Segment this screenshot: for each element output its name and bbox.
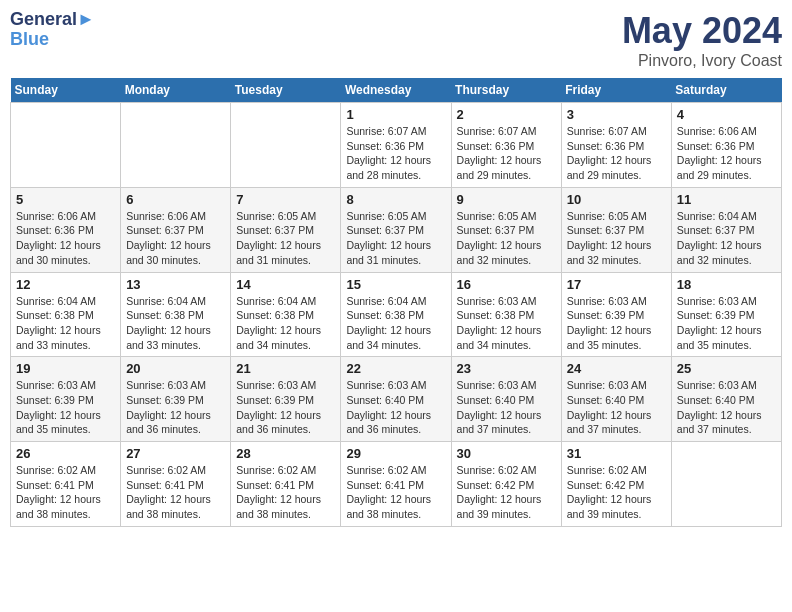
calendar-week-3: 12Sunrise: 6:04 AM Sunset: 6:38 PM Dayli…	[11, 272, 782, 357]
calendar-cell: 26Sunrise: 6:02 AM Sunset: 6:41 PM Dayli…	[11, 442, 121, 527]
calendar-cell: 12Sunrise: 6:04 AM Sunset: 6:38 PM Dayli…	[11, 272, 121, 357]
day-info: Sunrise: 6:04 AM Sunset: 6:38 PM Dayligh…	[236, 294, 335, 353]
calendar-week-4: 19Sunrise: 6:03 AM Sunset: 6:39 PM Dayli…	[11, 357, 782, 442]
calendar-cell: 19Sunrise: 6:03 AM Sunset: 6:39 PM Dayli…	[11, 357, 121, 442]
calendar-week-5: 26Sunrise: 6:02 AM Sunset: 6:41 PM Dayli…	[11, 442, 782, 527]
day-info: Sunrise: 6:04 AM Sunset: 6:38 PM Dayligh…	[16, 294, 115, 353]
calendar-cell: 31Sunrise: 6:02 AM Sunset: 6:42 PM Dayli…	[561, 442, 671, 527]
day-info: Sunrise: 6:05 AM Sunset: 6:37 PM Dayligh…	[236, 209, 335, 268]
day-info: Sunrise: 6:02 AM Sunset: 6:42 PM Dayligh…	[457, 463, 556, 522]
calendar-cell	[121, 103, 231, 188]
calendar-title: May 2024	[622, 10, 782, 52]
day-info: Sunrise: 6:06 AM Sunset: 6:36 PM Dayligh…	[16, 209, 115, 268]
day-header-tuesday: Tuesday	[231, 78, 341, 103]
day-number: 21	[236, 361, 335, 376]
calendar-cell: 30Sunrise: 6:02 AM Sunset: 6:42 PM Dayli…	[451, 442, 561, 527]
calendar-cell: 5Sunrise: 6:06 AM Sunset: 6:36 PM Daylig…	[11, 187, 121, 272]
day-number: 16	[457, 277, 556, 292]
day-number: 19	[16, 361, 115, 376]
calendar-cell: 25Sunrise: 6:03 AM Sunset: 6:40 PM Dayli…	[671, 357, 781, 442]
calendar-cell: 23Sunrise: 6:03 AM Sunset: 6:40 PM Dayli…	[451, 357, 561, 442]
calendar-cell: 15Sunrise: 6:04 AM Sunset: 6:38 PM Dayli…	[341, 272, 451, 357]
calendar-cell: 3Sunrise: 6:07 AM Sunset: 6:36 PM Daylig…	[561, 103, 671, 188]
day-info: Sunrise: 6:02 AM Sunset: 6:41 PM Dayligh…	[126, 463, 225, 522]
calendar-cell: 11Sunrise: 6:04 AM Sunset: 6:37 PM Dayli…	[671, 187, 781, 272]
day-info: Sunrise: 6:06 AM Sunset: 6:37 PM Dayligh…	[126, 209, 225, 268]
calendar-subtitle: Pinvoro, Ivory Coast	[622, 52, 782, 70]
day-number: 12	[16, 277, 115, 292]
day-info: Sunrise: 6:02 AM Sunset: 6:41 PM Dayligh…	[16, 463, 115, 522]
logo: General► Blue	[10, 10, 95, 50]
day-number: 31	[567, 446, 666, 461]
day-header-saturday: Saturday	[671, 78, 781, 103]
day-info: Sunrise: 6:02 AM Sunset: 6:41 PM Dayligh…	[236, 463, 335, 522]
day-info: Sunrise: 6:04 AM Sunset: 6:38 PM Dayligh…	[126, 294, 225, 353]
calendar-table: SundayMondayTuesdayWednesdayThursdayFrid…	[10, 78, 782, 527]
day-info: Sunrise: 6:03 AM Sunset: 6:40 PM Dayligh…	[677, 378, 776, 437]
day-number: 13	[126, 277, 225, 292]
day-number: 2	[457, 107, 556, 122]
calendar-cell: 17Sunrise: 6:03 AM Sunset: 6:39 PM Dayli…	[561, 272, 671, 357]
title-section: May 2024 Pinvoro, Ivory Coast	[622, 10, 782, 70]
day-number: 3	[567, 107, 666, 122]
calendar-cell: 8Sunrise: 6:05 AM Sunset: 6:37 PM Daylig…	[341, 187, 451, 272]
calendar-cell: 6Sunrise: 6:06 AM Sunset: 6:37 PM Daylig…	[121, 187, 231, 272]
day-number: 26	[16, 446, 115, 461]
day-info: Sunrise: 6:03 AM Sunset: 6:40 PM Dayligh…	[567, 378, 666, 437]
day-number: 18	[677, 277, 776, 292]
day-number: 28	[236, 446, 335, 461]
calendar-cell: 7Sunrise: 6:05 AM Sunset: 6:37 PM Daylig…	[231, 187, 341, 272]
calendar-week-2: 5Sunrise: 6:06 AM Sunset: 6:36 PM Daylig…	[11, 187, 782, 272]
day-number: 7	[236, 192, 335, 207]
logo-text: General►	[10, 10, 95, 30]
day-number: 6	[126, 192, 225, 207]
day-info: Sunrise: 6:03 AM Sunset: 6:39 PM Dayligh…	[677, 294, 776, 353]
header-row: SundayMondayTuesdayWednesdayThursdayFrid…	[11, 78, 782, 103]
logo-blue: Blue	[10, 30, 95, 50]
day-info: Sunrise: 6:04 AM Sunset: 6:37 PM Dayligh…	[677, 209, 776, 268]
day-info: Sunrise: 6:07 AM Sunset: 6:36 PM Dayligh…	[567, 124, 666, 183]
calendar-cell: 13Sunrise: 6:04 AM Sunset: 6:38 PM Dayli…	[121, 272, 231, 357]
calendar-cell: 16Sunrise: 6:03 AM Sunset: 6:38 PM Dayli…	[451, 272, 561, 357]
page-header: General► Blue May 2024 Pinvoro, Ivory Co…	[10, 10, 782, 70]
day-number: 23	[457, 361, 556, 376]
day-info: Sunrise: 6:04 AM Sunset: 6:38 PM Dayligh…	[346, 294, 445, 353]
calendar-cell: 9Sunrise: 6:05 AM Sunset: 6:37 PM Daylig…	[451, 187, 561, 272]
calendar-week-1: 1Sunrise: 6:07 AM Sunset: 6:36 PM Daylig…	[11, 103, 782, 188]
day-number: 15	[346, 277, 445, 292]
day-info: Sunrise: 6:02 AM Sunset: 6:41 PM Dayligh…	[346, 463, 445, 522]
day-number: 14	[236, 277, 335, 292]
day-number: 22	[346, 361, 445, 376]
calendar-cell: 22Sunrise: 6:03 AM Sunset: 6:40 PM Dayli…	[341, 357, 451, 442]
day-info: Sunrise: 6:07 AM Sunset: 6:36 PM Dayligh…	[346, 124, 445, 183]
calendar-cell: 14Sunrise: 6:04 AM Sunset: 6:38 PM Dayli…	[231, 272, 341, 357]
day-number: 1	[346, 107, 445, 122]
calendar-cell	[671, 442, 781, 527]
calendar-cell: 1Sunrise: 6:07 AM Sunset: 6:36 PM Daylig…	[341, 103, 451, 188]
day-info: Sunrise: 6:03 AM Sunset: 6:39 PM Dayligh…	[126, 378, 225, 437]
day-info: Sunrise: 6:03 AM Sunset: 6:38 PM Dayligh…	[457, 294, 556, 353]
day-header-sunday: Sunday	[11, 78, 121, 103]
calendar-cell	[231, 103, 341, 188]
day-info: Sunrise: 6:02 AM Sunset: 6:42 PM Dayligh…	[567, 463, 666, 522]
day-number: 9	[457, 192, 556, 207]
day-number: 5	[16, 192, 115, 207]
day-number: 29	[346, 446, 445, 461]
day-number: 27	[126, 446, 225, 461]
day-number: 30	[457, 446, 556, 461]
day-number: 8	[346, 192, 445, 207]
day-info: Sunrise: 6:03 AM Sunset: 6:39 PM Dayligh…	[236, 378, 335, 437]
day-number: 25	[677, 361, 776, 376]
calendar-cell: 21Sunrise: 6:03 AM Sunset: 6:39 PM Dayli…	[231, 357, 341, 442]
calendar-cell	[11, 103, 121, 188]
day-info: Sunrise: 6:03 AM Sunset: 6:40 PM Dayligh…	[457, 378, 556, 437]
day-number: 20	[126, 361, 225, 376]
day-header-friday: Friday	[561, 78, 671, 103]
day-number: 11	[677, 192, 776, 207]
calendar-cell: 24Sunrise: 6:03 AM Sunset: 6:40 PM Dayli…	[561, 357, 671, 442]
calendar-cell: 18Sunrise: 6:03 AM Sunset: 6:39 PM Dayli…	[671, 272, 781, 357]
calendar-cell: 20Sunrise: 6:03 AM Sunset: 6:39 PM Dayli…	[121, 357, 231, 442]
day-info: Sunrise: 6:07 AM Sunset: 6:36 PM Dayligh…	[457, 124, 556, 183]
calendar-cell: 28Sunrise: 6:02 AM Sunset: 6:41 PM Dayli…	[231, 442, 341, 527]
day-info: Sunrise: 6:05 AM Sunset: 6:37 PM Dayligh…	[457, 209, 556, 268]
